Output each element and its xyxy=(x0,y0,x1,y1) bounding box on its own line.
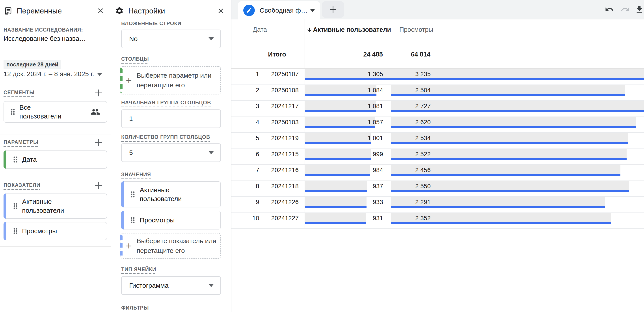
metric-accent xyxy=(4,193,6,219)
tab-menu-caret-icon[interactable] xyxy=(310,9,315,12)
views-value: 2 522 xyxy=(391,149,431,160)
views-cell: 2 522 xyxy=(391,149,644,165)
column-group-count-select[interactable]: 5 xyxy=(121,143,221,162)
table-row[interactable]: 3 20241217 1 081 2 727 xyxy=(232,101,644,117)
date-cell: 7 20241216 xyxy=(238,165,304,180)
dimensions-label: ПАРАМЕТРЫ xyxy=(4,139,38,147)
settings-close-icon[interactable] xyxy=(217,7,224,15)
tab-settings-panel: Настройки ВЛОЖЕННЫЕ СТРОКИ No СТОЛБЦЫ + … xyxy=(111,0,232,312)
row-rank: 3 xyxy=(238,101,259,112)
cell-type-select[interactable]: Гистограмма xyxy=(121,276,221,295)
active-users-value: 1 057 xyxy=(305,117,383,128)
active-users-value: 999 xyxy=(305,149,383,160)
row-rank: 7 xyxy=(238,165,259,176)
research-name-value[interactable]: Исследование без назва… xyxy=(4,35,86,42)
metric-chip-active-users[interactable]: Активные пользователи xyxy=(4,193,107,219)
drag-handle-icon[interactable] xyxy=(13,202,18,210)
columns-label: СТОЛБЦЫ xyxy=(121,56,149,64)
date-cell: 1 20250107 xyxy=(238,69,304,85)
dimension-chip-date[interactable]: Дата xyxy=(4,150,107,169)
active-users-cell: 931 xyxy=(304,213,391,229)
row-rank: 5 xyxy=(238,133,259,144)
table-row[interactable]: 5 20241219 1 001 2 534 xyxy=(232,133,644,149)
active-users-cell: 984 xyxy=(304,165,391,180)
row-date-value: 20250103 xyxy=(259,117,299,128)
table-row[interactable]: 4 20250103 1 057 2 620 xyxy=(232,117,644,133)
column-header-active-users[interactable]: Активные пользователи xyxy=(306,20,391,40)
metrics-label: ПОКАЗАТЕЛИ xyxy=(4,182,40,190)
active-users-value: 1 084 xyxy=(305,85,383,96)
values-dropzone-text: Выберите показатель или перетащите его xyxy=(137,236,218,255)
row-rank: 9 xyxy=(238,197,259,208)
views-value: 2 352 xyxy=(391,213,431,224)
date-cell: 5 20241219 xyxy=(238,133,304,149)
add-dimension-button[interactable] xyxy=(94,137,104,148)
active-users-cell: 1 305 xyxy=(304,69,391,85)
filters-label: ФИЛЬТРЫ xyxy=(121,305,149,312)
row-rank: 1 xyxy=(238,69,259,80)
row-date-value: 20250108 xyxy=(259,85,299,96)
views-cell: 2 550 xyxy=(391,181,644,197)
chevron-down-icon xyxy=(208,284,214,287)
table-header: Дата Активные пользователи Просмотры xyxy=(232,20,644,40)
table-row[interactable]: 7 20241216 984 2 456 xyxy=(232,165,644,181)
table-row[interactable]: 1 20250107 1 305 3 235 xyxy=(232,69,644,85)
active-users-value: 937 xyxy=(305,181,383,192)
active-users-cell: 937 xyxy=(304,181,391,197)
column-header-views[interactable]: Просмотры xyxy=(399,20,433,40)
drag-handle-icon[interactable] xyxy=(130,191,135,198)
views-cell: 2 456 xyxy=(391,165,644,180)
drag-handle-icon[interactable] xyxy=(13,156,18,163)
people-icon xyxy=(90,107,100,117)
values-dropzone[interactable]: + Выберите показатель или перетащите его xyxy=(120,233,220,259)
settings-panel-title: Настройки xyxy=(128,7,217,15)
variables-close-icon[interactable] xyxy=(97,7,104,15)
undo-icon[interactable] xyxy=(605,5,614,14)
table-row[interactable]: 2 20250108 1 084 2 504 xyxy=(232,85,644,101)
row-rank: 8 xyxy=(238,181,259,192)
date-cell: 6 20241215 xyxy=(238,149,304,165)
segment-chip-label: Все пользователи xyxy=(20,103,74,121)
add-segment-button[interactable] xyxy=(94,88,104,98)
download-icon[interactable] xyxy=(635,5,644,14)
date-range-caret-icon[interactable] xyxy=(97,73,102,76)
nested-rows-select[interactable]: No xyxy=(121,30,221,48)
row-date-value: 20241216 xyxy=(259,165,299,176)
drag-handle-icon[interactable] xyxy=(13,227,18,235)
views-value: 2 620 xyxy=(391,117,431,128)
table-row[interactable]: 6 20241215 999 2 522 xyxy=(232,149,644,165)
row-date-value: 20241227 xyxy=(259,213,299,224)
metric-chip-views[interactable]: Просмотры xyxy=(4,222,107,240)
active-users-cell: 1 081 xyxy=(304,101,391,117)
tab-label: Свободная ф… xyxy=(260,7,310,14)
views-value: 2 291 xyxy=(391,197,431,208)
column-header-date[interactable]: Дата xyxy=(253,20,267,40)
tab-free-form[interactable]: Свободная ф… xyxy=(238,1,320,20)
add-tab-button[interactable] xyxy=(322,1,344,18)
values-label: ЗНАЧЕНИЯ xyxy=(121,172,151,179)
column-group-count-value: 5 xyxy=(129,149,208,156)
value-chip-active-users[interactable]: Активные пользователи xyxy=(121,181,221,207)
columns-dropzone[interactable]: + Выберите параметр или перетащите его xyxy=(120,66,220,94)
row-date-value: 20250107 xyxy=(259,69,299,80)
value-chip-views[interactable]: Просмотры xyxy=(121,211,221,229)
active-users-value: 984 xyxy=(305,165,383,176)
segment-chip-all-users[interactable]: Все пользователи xyxy=(4,101,107,123)
table-row[interactable]: 8 20241218 937 2 550 xyxy=(232,181,644,197)
table-row[interactable]: 10 20241227 931 2 352 xyxy=(232,213,644,229)
first-column-group-input[interactable]: 1 xyxy=(121,109,221,128)
dimension-chip-label: Дата xyxy=(22,155,36,164)
views-cell: 2 352 xyxy=(391,213,644,229)
plus-icon: + xyxy=(126,74,132,86)
views-cell: 2 620 xyxy=(391,117,644,133)
variables-icon xyxy=(4,7,12,15)
date-range-value[interactable]: 12 дек. 2024 г. – 8 янв. 2025 г. xyxy=(4,70,94,78)
drag-handle-icon[interactable] xyxy=(10,108,16,116)
row-date-value: 20241226 xyxy=(259,197,299,208)
add-metric-button[interactable] xyxy=(94,180,104,191)
table-row[interactable]: 9 20241226 933 2 291 xyxy=(232,197,644,213)
views-value: 3 235 xyxy=(391,69,431,80)
active-users-value: 933 xyxy=(305,197,383,208)
date-cell: 9 20241226 xyxy=(238,197,304,212)
drag-handle-icon[interactable] xyxy=(130,216,135,224)
